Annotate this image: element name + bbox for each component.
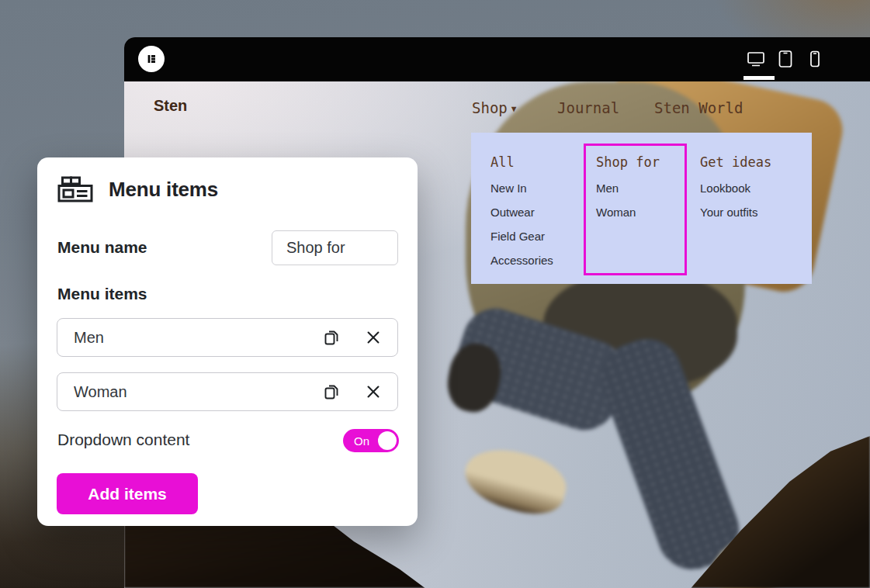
device-mobile-button[interactable] bbox=[805, 49, 825, 69]
close-icon bbox=[365, 383, 382, 400]
mega-menu-dropdown: All New In Outwear Field Gear Accessorie… bbox=[471, 133, 812, 284]
mega-menu-item[interactable]: Woman bbox=[596, 200, 636, 224]
mega-menu-item[interactable]: New In bbox=[490, 176, 553, 200]
remove-item-button[interactable] bbox=[363, 327, 383, 348]
mega-menu-header-all[interactable]: All bbox=[490, 154, 515, 170]
mega-menu-item[interactable]: Lookbook bbox=[700, 176, 758, 200]
menu-item-input-men[interactable] bbox=[57, 329, 321, 347]
mega-menu-header-shop-for[interactable]: Shop for bbox=[596, 154, 660, 170]
remove-item-button[interactable] bbox=[363, 382, 383, 402]
panel-header: Menu items bbox=[57, 176, 218, 202]
menu-item-row bbox=[57, 372, 398, 411]
copy-icon bbox=[322, 328, 341, 347]
hiker-left-shoe bbox=[459, 440, 573, 522]
hiker-right-leg bbox=[591, 329, 749, 579]
site-brand[interactable]: Sten bbox=[154, 97, 187, 115]
elementor-logo[interactable] bbox=[138, 46, 165, 72]
panel-title: Menu items bbox=[109, 178, 218, 202]
active-device-indicator bbox=[743, 76, 775, 80]
mega-menu-item[interactable]: Men bbox=[596, 176, 636, 200]
elementor-logo-icon bbox=[144, 51, 159, 67]
mega-menu-header-get-ideas[interactable]: Get ideas bbox=[700, 154, 771, 170]
dropdown-content-label: Dropdown content bbox=[57, 431, 189, 449]
close-icon bbox=[365, 329, 382, 346]
menu-name-input[interactable] bbox=[272, 230, 398, 265]
editor-toolbar bbox=[124, 37, 870, 81]
menu-item-input-woman[interactable] bbox=[57, 383, 321, 401]
screenshot-canvas: Sten Shop▼ Journal Sten World All New In… bbox=[0, 0, 870, 588]
copy-icon bbox=[322, 382, 341, 401]
tablet-icon bbox=[777, 50, 794, 68]
nav-link-journal[interactable]: Journal bbox=[557, 99, 619, 116]
menu-name-label: Menu name bbox=[57, 238, 147, 257]
menu-items-panel: Menu items Menu name Menu items bbox=[37, 157, 418, 526]
mega-menu-item[interactable]: Accessories bbox=[490, 248, 553, 272]
menu-item-row bbox=[57, 318, 398, 357]
menu-items-icon bbox=[57, 176, 93, 202]
toggle-state-label: On bbox=[354, 434, 369, 448]
device-mode-switcher bbox=[746, 49, 825, 69]
nav-link-shop[interactable]: Shop▼ bbox=[472, 99, 516, 116]
nav-link-sten-world[interactable]: Sten World bbox=[654, 99, 743, 116]
add-items-button[interactable]: Add items bbox=[57, 473, 198, 514]
device-desktop-button[interactable] bbox=[746, 49, 766, 69]
toggle-knob bbox=[378, 431, 397, 450]
dropdown-arrow-icon: ▼ bbox=[511, 104, 517, 114]
menu-items-label: Menu items bbox=[57, 285, 147, 303]
mega-menu-item[interactable]: Your outfits bbox=[700, 200, 758, 224]
dropdown-content-toggle[interactable]: On bbox=[343, 429, 399, 452]
mobile-icon bbox=[808, 50, 822, 68]
device-tablet-button[interactable] bbox=[775, 49, 795, 69]
duplicate-item-button[interactable] bbox=[321, 327, 341, 348]
mega-menu-item[interactable]: Field Gear bbox=[490, 224, 553, 248]
desktop-icon bbox=[746, 50, 766, 68]
mega-menu-item[interactable]: Outwear bbox=[490, 200, 553, 224]
duplicate-item-button[interactable] bbox=[321, 382, 341, 402]
